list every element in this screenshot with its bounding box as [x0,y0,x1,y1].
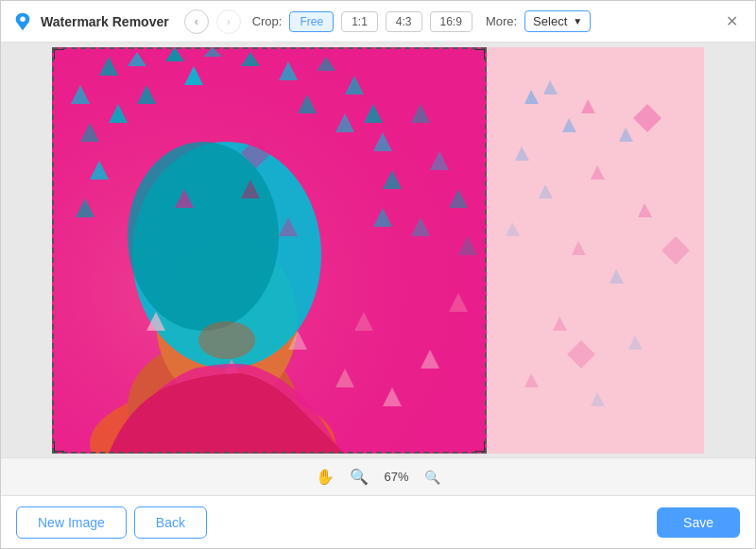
select-label: Select [533,14,567,28]
crop-selection[interactable] [52,47,487,454]
back-button[interactable]: Back [134,506,207,539]
corner-handle-bl[interactable] [53,441,64,453]
svg-marker-19 [567,340,595,369]
canvas-area [1,43,755,457]
svg-marker-16 [591,392,605,406]
more-label: More: [486,14,517,28]
svg-marker-3 [562,118,576,132]
svg-marker-18 [662,236,690,265]
svg-marker-2 [543,80,558,94]
chevron-down-icon: ▼ [573,16,582,26]
close-button[interactable]: ✕ [719,9,744,34]
svg-marker-9 [572,241,586,255]
svg-marker-13 [553,317,567,331]
svg-marker-6 [539,184,553,198]
svg-marker-4 [515,146,529,161]
bottombar: New Image Back Save [1,495,755,548]
image-container [52,47,704,454]
forward-nav-icon: › [227,15,231,28]
svg-point-0 [20,16,26,22]
close-icon: ✕ [726,12,738,30]
svg-marker-17 [633,104,662,132]
statusbar: ✋ 🔍 67% 🔍 [1,457,755,495]
new-image-button[interactable]: New Image [16,506,127,539]
svg-marker-5 [581,99,595,113]
right-side-image [487,47,704,454]
back-nav-icon: ‹ [195,15,198,28]
svg-marker-14 [628,335,643,350]
app-logo [12,11,33,32]
svg-marker-15 [524,373,539,387]
svg-marker-7 [591,165,605,180]
hand-tool-icon[interactable]: ✋ [316,468,335,486]
full-image [52,47,704,454]
corner-handle-tr[interactable] [474,48,486,60]
right-side-svg [487,47,704,454]
back-nav-button[interactable]: ‹ [184,9,209,34]
titlebar: Watermark Remover ‹ › Crop: Free 1:1 4:3… [1,1,755,43]
crop-16-9-button[interactable]: 16:9 [430,11,472,32]
zoom-in-icon[interactable]: 🔍 [350,468,369,486]
select-dropdown[interactable]: Select ▼ [524,10,591,32]
save-button[interactable]: Save [657,507,740,538]
crop-label: Crop: [252,14,283,28]
svg-marker-8 [506,222,520,236]
svg-marker-1 [524,90,539,104]
zoom-level: 67% [384,470,408,484]
corner-handle-tl[interactable] [53,48,64,60]
crop-free-button[interactable]: Free [289,11,334,32]
forward-nav-button[interactable]: › [216,9,241,34]
crop-4-3-button[interactable]: 4:3 [386,11,422,32]
app-title: Watermark Remover [41,14,169,29]
corner-handle-br[interactable] [474,441,486,453]
svg-marker-12 [610,269,624,283]
svg-marker-10 [619,128,633,142]
svg-marker-11 [638,203,652,217]
crop-1-1-button[interactable]: 1:1 [341,11,378,32]
zoom-out-icon[interactable]: 🔍 [424,470,440,485]
